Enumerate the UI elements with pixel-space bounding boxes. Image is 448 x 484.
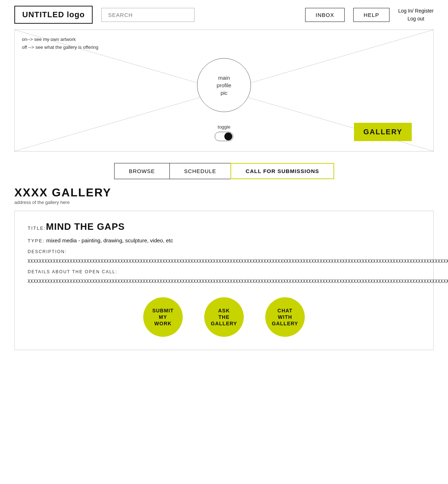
submission-title: TITLE:MIND THE GAPS [28, 221, 420, 232]
action-buttons: SUBMITMYWORK ASKTHEGALLERY CHATWITHGALLE… [28, 297, 420, 337]
details-label: DETAILS ABOUT THE OPEN CALL: [28, 269, 420, 274]
gallery-info: XXXX GALLERY address of the gallery here [14, 186, 434, 205]
auth-links: Log In/ Register Log out [398, 7, 434, 23]
submit-work-button[interactable]: SUBMITMYWORK [143, 297, 183, 337]
hero-top-text: on--> see my own artwork off --> see wha… [22, 36, 98, 51]
description-text: χχχχχχχχχχχχχχχχχχχχχχχχχχχχχχχχχχχχχχχχ… [28, 256, 420, 264]
chat-gallery-button[interactable]: CHATWITHGALLERY [265, 297, 305, 337]
logo-text: UNTITLED logo [22, 10, 85, 19]
submissions-tab[interactable]: CALL FOR SUBMISSIONS [230, 163, 334, 179]
toggle-thumb [224, 132, 232, 140]
submission-type: TYPE: mixed media - painting, drawing, s… [28, 237, 420, 243]
ask-gallery-button[interactable]: ASKTHEGALLERY [204, 297, 244, 337]
search-input[interactable] [101, 8, 195, 22]
browse-tab[interactable]: BROWSE [114, 163, 170, 179]
title-value: MIND THE GAPS [46, 221, 125, 232]
type-value: mixed media - painting, drawing, sculptu… [46, 237, 173, 243]
gallery-badge: GALLERY [354, 123, 412, 141]
profile-pic: mainprofilepic [197, 58, 251, 112]
toggle-area: toggle [215, 124, 233, 141]
gallery-name: XXXX GALLERY [14, 186, 434, 199]
type-label: TYPE: [28, 238, 45, 243]
content-card: TITLE:MIND THE GAPS TYPE: mixed media - … [14, 211, 434, 350]
header: UNTITLED logo INBOX HELP Log In/ Registe… [0, 0, 448, 29]
help-button[interactable]: HELP [353, 8, 389, 22]
logout-link[interactable]: Log out [407, 15, 424, 23]
gallery-address: address of the gallery here [14, 200, 434, 205]
nav-tabs: BROWSE SCHEDULE CALL FOR SUBMISSIONS [14, 163, 434, 179]
description-label: DESCRIPTION: [28, 249, 420, 254]
toggle-on-description: on--> see my own artwork [22, 36, 98, 43]
toggle-off-description: off --> see what the gallery is offering [22, 43, 98, 51]
login-link[interactable]: Log In/ Register [398, 7, 434, 15]
toggle-switch[interactable] [215, 132, 233, 141]
hero-section: on--> see my own artwork off --> see wha… [14, 29, 434, 152]
toggle-label: toggle [218, 124, 230, 130]
title-label: TITLE: [28, 225, 46, 231]
schedule-tab[interactable]: SCHEDULE [169, 163, 231, 179]
details-text: χχχχχχχχχχχχχχχχχχχχχχχχχχχχχχχχχχχχχχχχ… [28, 276, 420, 284]
logo: UNTITLED logo [14, 6, 93, 24]
inbox-button[interactable]: INBOX [305, 8, 345, 22]
